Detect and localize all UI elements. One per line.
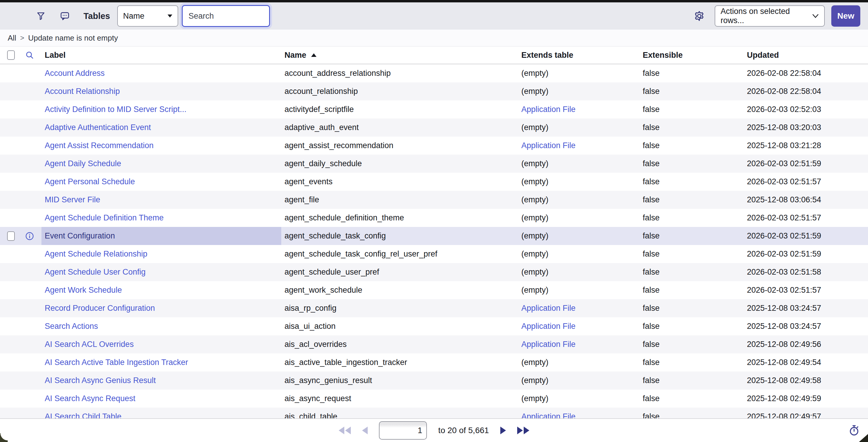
extends-empty-value: (empty) [521,249,549,258]
record-link[interactable]: Adaptive Authentication Event [45,123,151,132]
gear-icon[interactable] [693,10,705,22]
extends-table-link[interactable]: Application File [521,412,576,418]
record-link[interactable]: Agent Daily Schedule [45,159,121,168]
search-column-select[interactable]: Name [117,5,178,27]
extensible-cell: false [640,231,744,240]
updated-cell: 2026-02-03 02:51:57 [744,177,868,186]
extends-table-link[interactable]: Application File [521,322,576,331]
extensible-cell: false [640,340,744,349]
extensible-cell: false [640,105,744,114]
search-input[interactable] [182,5,270,27]
record-link[interactable]: Agent Schedule User Config [45,267,146,276]
toolbar: Tables Name Actions on selected rows... … [0,2,868,30]
extends-empty-value: (empty) [521,376,549,385]
previous-page-button[interactable] [362,426,368,434]
row-gutter [0,299,41,317]
label-cell: Agent Work Schedule [41,286,281,295]
updated-cell: 2026-02-03 02:52:03 [744,105,868,114]
label-cell: Agent Personal Schedule [41,177,281,186]
record-link[interactable]: AI Search Child Table [45,412,121,418]
record-link[interactable]: Account Relationship [45,87,120,96]
extends-cell: (empty) [518,159,640,168]
label-cell: Agent Schedule User Config [41,267,281,277]
breadcrumb: All > Update name is not empty [0,30,868,47]
column-header-extends[interactable]: Extends table [518,51,640,60]
extends-empty-value: (empty) [521,69,549,78]
name-cell: ais_active_table_ingestion_tracker [281,358,518,367]
response-time-icon[interactable] [848,424,860,437]
table-row: Account Relationship account_relationshi… [0,82,868,100]
first-page-button[interactable] [339,426,351,434]
record-link[interactable]: Activity Definition to MID Server Script… [45,105,187,114]
extends-empty-value: (empty) [521,286,549,294]
page-number-input[interactable] [379,421,427,440]
label-cell: AI Search Async Request [41,394,281,403]
row-gutter [0,227,41,245]
record-link[interactable]: AI Search ACL Overrides [45,340,134,349]
table-row: Agent Assist Recommendation agent_assist… [0,137,868,155]
table-row: AI Search ACL Overrides ais_acl_override… [0,335,868,353]
menu-icon[interactable] [12,12,22,20]
updated-cell: 2026-02-03 02:51:57 [744,213,868,223]
updated-cell: 2025-12-08 03:06:54 [744,195,868,204]
record-link[interactable]: Account Address [45,69,105,78]
record-link[interactable]: AI Search Async Request [45,394,135,403]
row-gutter [0,137,41,155]
extends-cell: (empty) [518,123,640,132]
extends-table-link[interactable]: Application File [521,340,576,349]
breadcrumb-root[interactable]: All [8,33,16,43]
record-link[interactable]: AI Search Async Genius Result [45,376,156,385]
name-cell: ais_async_genius_result [281,376,518,385]
breadcrumb-query[interactable]: Update name is not empty [28,33,118,43]
extensible-cell: false [640,195,744,204]
row-checkbox[interactable] [7,231,15,241]
column-header-updated[interactable]: Updated [744,51,868,60]
row-gutter [0,64,41,82]
next-page-button[interactable] [500,426,506,434]
extends-table-link[interactable]: Application File [521,105,576,114]
extends-empty-value: (empty) [521,267,549,276]
record-link[interactable]: Agent Schedule Relationship [45,249,148,258]
record-link[interactable]: Record Producer Configuration [45,304,155,313]
name-cell: agent_assist_recommendation [281,141,518,150]
last-page-button[interactable] [517,426,529,434]
table-row: AI Search Async Request ais_async_reques… [0,389,868,408]
actions-dropdown-label: Actions on selected rows... [720,7,812,25]
search-column-value: Name [123,11,145,21]
extends-cell: (empty) [518,69,640,78]
extensible-cell: false [640,304,744,313]
filter-icon[interactable] [36,11,45,21]
extends-table-link[interactable]: Application File [521,304,576,313]
extends-table-link[interactable]: Application File [521,141,576,150]
record-link[interactable]: AI Search Active Table Ingestion Tracker [45,358,188,367]
row-gutter [0,317,41,335]
search-icon[interactable] [25,50,34,60]
info-icon[interactable] [25,231,34,241]
record-link[interactable]: Agent Work Schedule [45,286,122,294]
actions-dropdown[interactable]: Actions on selected rows... [715,5,825,27]
record-link[interactable]: Event Configuration [45,231,115,240]
row-gutter [0,155,41,173]
column-header-label[interactable]: Label [41,51,281,60]
record-link[interactable]: Agent Personal Schedule [45,177,135,186]
extends-cell: (empty) [518,195,640,204]
column-header-extensible[interactable]: Extensible [640,51,744,60]
updated-cell: 2026-02-08 22:58:04 [744,87,868,96]
extends-empty-value: (empty) [521,123,549,132]
select-all-checkbox[interactable] [7,50,15,60]
label-cell: Search Actions [41,322,281,331]
extensible-cell: false [640,141,744,150]
record-link[interactable]: Agent Assist Recommendation [45,141,154,150]
chat-icon[interactable] [60,11,70,21]
column-header-name[interactable]: Name [281,51,518,60]
record-link[interactable]: MID Server File [45,195,100,204]
record-link[interactable]: Agent Schedule Definition Theme [45,213,164,222]
name-cell: account_address_relationship [281,69,518,78]
name-cell: agent_events [281,177,518,186]
extends-cell: (empty) [518,213,640,223]
extensible-cell: false [640,412,744,418]
record-link[interactable]: Search Actions [45,322,98,331]
row-gutter [0,408,41,418]
new-button[interactable]: New [831,5,860,27]
updated-cell: 2025-12-08 02:49:58 [744,376,868,385]
